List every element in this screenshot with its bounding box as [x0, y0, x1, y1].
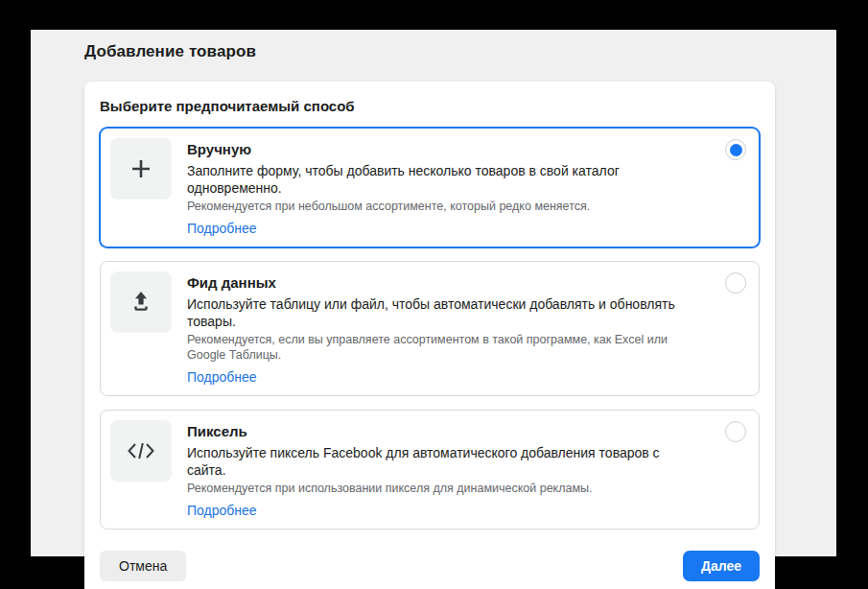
page-title: Добавление товаров: [84, 42, 836, 61]
radio-pixel[interactable]: [725, 421, 746, 442]
code-icon: [110, 420, 172, 482]
cancel-button[interactable]: Отмена: [100, 551, 186, 581]
option-data-feed-text: Фид данных Используйте таблицу или файл,…: [187, 271, 749, 386]
option-manual[interactable]: Вручную Заполните форму, чтобы добавить …: [100, 128, 760, 247]
option-note: Рекомендуется при использовании пикселя …: [187, 481, 695, 496]
plus-icon: [110, 138, 172, 200]
dialog-footer: Отмена Далее: [100, 551, 760, 581]
card-subtitle: Выберите предпочитаемый способ: [100, 98, 760, 114]
upload-icon: [110, 271, 172, 333]
option-note: Рекомендуется при небольшом ассортименте…: [187, 199, 695, 214]
option-manual-text: Вручную Заполните форму, чтобы добавить …: [187, 138, 749, 237]
next-button[interactable]: Далее: [683, 551, 760, 581]
add-products-dialog: Добавление товаров Выберите предпочитаем…: [31, 30, 836, 556]
option-description: Используйте таблицу или файл, чтобы авто…: [187, 295, 695, 330]
option-title: Пиксель: [187, 422, 695, 440]
radio-dot: [730, 144, 742, 156]
method-selection-card: Выберите предпочитаемый способ Вручную З…: [84, 82, 775, 589]
option-description: Заполните форму, чтобы добавить нескольк…: [187, 162, 695, 197]
learn-more-link[interactable]: Подробнее: [187, 369, 257, 385]
option-description: Используйте пиксель Facebook для автомат…: [187, 444, 695, 479]
option-pixel-text: Пиксель Используйте пиксель Facebook для…: [187, 420, 749, 519]
learn-more-link[interactable]: Подробнее: [187, 503, 257, 518]
option-data-feed[interactable]: Фид данных Используйте таблицу или файл,…: [100, 261, 760, 396]
learn-more-link[interactable]: Подробнее: [187, 221, 257, 236]
option-title: Фид данных: [187, 273, 695, 292]
option-title: Вручную: [187, 140, 695, 158]
option-pixel[interactable]: Пиксель Используйте пиксель Facebook для…: [100, 410, 760, 530]
radio-manual[interactable]: [725, 139, 746, 160]
option-note: Рекомендуется, если вы управляете ассорт…: [187, 332, 695, 363]
radio-data-feed[interactable]: [725, 272, 746, 294]
